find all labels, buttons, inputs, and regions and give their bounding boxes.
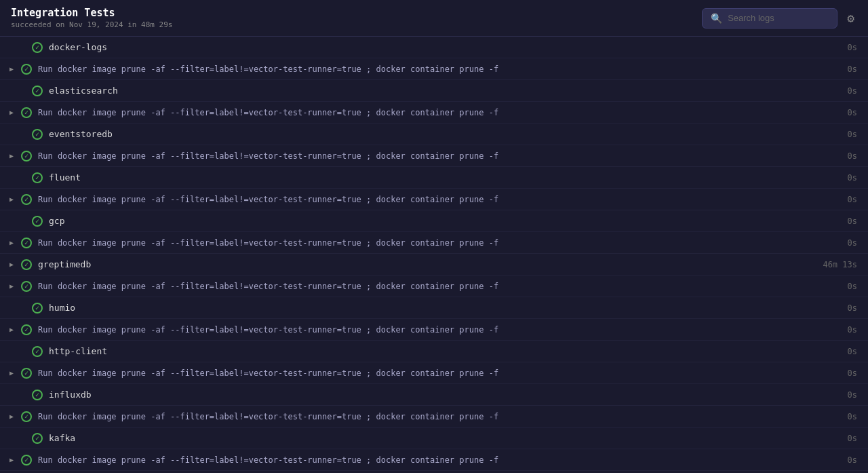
- success-icon: ✓: [20, 150, 33, 162]
- expand-arrow[interactable]: ▶: [5, 261, 18, 268]
- list-item[interactable]: ▶✓Run docker image prune -af --filter=la…: [0, 58, 868, 80]
- expand-arrow[interactable]: ▶: [5, 152, 18, 159]
- test-name-label: elasticsearch: [49, 86, 810, 96]
- duration-label: 0s: [810, 282, 857, 291]
- expand-arrow: [16, 43, 28, 52]
- list-item: ✓influxdb0s: [0, 384, 868, 406]
- success-icon: ✓: [31, 215, 43, 227]
- header-left: Integration Tests succeeded on Nov 19, 2…: [11, 7, 172, 29]
- expand-arrow: [16, 173, 28, 182]
- page-header: Integration Tests succeeded on Nov 19, 2…: [0, 0, 868, 37]
- expand-arrow[interactable]: ▶: [5, 413, 18, 420]
- command-label: Run docker image prune -af --filter=labe…: [38, 238, 810, 248]
- expand-arrow[interactable]: ▶: [5, 65, 18, 73]
- expand-arrow: [16, 434, 28, 442]
- success-icon: ✓: [20, 280, 33, 292]
- search-icon: 🔍: [711, 13, 722, 24]
- duration-label: 46m 13s: [810, 260, 857, 269]
- page-subtitle: succeeded on Nov 19, 2024 in 48m 29s: [11, 20, 172, 29]
- list-item[interactable]: ▶✓Run docker image prune -af --filter=la…: [0, 276, 868, 297]
- test-name-label: http-client: [49, 346, 810, 356]
- expand-arrow: [16, 390, 28, 399]
- list-item[interactable]: ▶✓Run docker image prune -af --filter=la…: [0, 319, 868, 341]
- log-content: ✓docker-logs0s▶✓Run docker image prune -…: [0, 37, 868, 473]
- list-item: ✓docker-logs0s: [0, 37, 868, 58]
- success-icon: ✓: [31, 432, 43, 444]
- command-label: Run docker image prune -af --filter=labe…: [38, 108, 810, 117]
- test-name-label: eventstoredb: [49, 129, 810, 139]
- expand-arrow: [16, 347, 28, 356]
- list-item: ✓humio0s: [0, 297, 868, 319]
- expand-arrow[interactable]: ▶: [5, 456, 18, 463]
- list-item: ✓kafka0s: [0, 428, 868, 449]
- duration-label: 0s: [810, 368, 857, 378]
- list-item[interactable]: ▶✓Run docker image prune -af --filter=la…: [0, 406, 868, 428]
- test-name-label: greptimedb: [38, 259, 810, 269]
- duration-label: 0s: [810, 64, 857, 74]
- command-label: Run docker image prune -af --filter=labe…: [38, 64, 810, 74]
- expand-arrow[interactable]: ▶: [5, 369, 18, 377]
- list-item[interactable]: ▶✓Run docker image prune -af --filter=la…: [0, 232, 868, 254]
- list-item[interactable]: ▶✓Run docker image prune -af --filter=la…: [0, 102, 868, 124]
- duration-label: 0s: [810, 434, 857, 443]
- duration-label: 0s: [810, 390, 857, 400]
- test-name-label: docker-logs: [49, 42, 810, 52]
- success-icon: ✓: [31, 41, 43, 54]
- command-label: Run docker image prune -af --filter=labe…: [38, 455, 810, 465]
- command-label: Run docker image prune -af --filter=labe…: [38, 368, 810, 378]
- expand-arrow: [16, 216, 28, 225]
- success-icon: ✓: [31, 172, 43, 184]
- list-item: ✓fluent0s: [0, 167, 868, 189]
- duration-label: 0s: [810, 412, 857, 421]
- success-icon: ✓: [20, 324, 33, 336]
- command-label: Run docker image prune -af --filter=labe…: [38, 325, 810, 335]
- success-icon: ✓: [20, 193, 33, 206]
- success-icon: ✓: [20, 63, 33, 75]
- duration-label: 0s: [810, 130, 857, 139]
- search-input[interactable]: [728, 13, 829, 23]
- success-icon: ✓: [31, 302, 43, 314]
- settings-icon[interactable]: ⚙: [844, 8, 857, 28]
- list-item[interactable]: ▶✓Run docker image prune -af --filter=la…: [0, 449, 868, 471]
- list-item[interactable]: ▶✓Run docker image prune -af --filter=la…: [0, 362, 868, 384]
- expand-arrow: [16, 86, 28, 95]
- expand-arrow[interactable]: ▶: [5, 326, 18, 333]
- expand-arrow[interactable]: ▶: [5, 239, 18, 246]
- expand-arrow: [16, 303, 28, 312]
- duration-label: 0s: [810, 238, 857, 248]
- duration-label: 0s: [810, 455, 857, 465]
- test-name-label: fluent: [49, 172, 810, 183]
- test-name-label: humio: [49, 303, 810, 313]
- page-title: Integration Tests: [11, 7, 172, 19]
- success-icon: ✓: [31, 345, 43, 358]
- success-icon: ✓: [20, 454, 33, 466]
- test-name-label: kafka: [49, 433, 810, 443]
- list-item[interactable]: ▶✓greptimedb46m 13s: [0, 254, 868, 276]
- success-icon: ✓: [20, 107, 33, 119]
- expand-arrow[interactable]: ▶: [5, 195, 18, 203]
- list-item: ✓http-client0s: [0, 341, 868, 362]
- duration-label: 0s: [810, 173, 857, 183]
- success-icon: ✓: [20, 367, 33, 379]
- search-container[interactable]: 🔍: [702, 8, 837, 29]
- list-item[interactable]: ▶✓Run docker image prune -af --filter=la…: [0, 189, 868, 210]
- command-label: Run docker image prune -af --filter=labe…: [38, 412, 810, 421]
- list-item[interactable]: ▶✓Run docker image prune -af --filter=la…: [0, 145, 868, 167]
- command-label: Run docker image prune -af --filter=labe…: [38, 151, 810, 161]
- expand-arrow[interactable]: ▶: [5, 109, 18, 116]
- success-icon: ✓: [20, 237, 33, 249]
- duration-label: 0s: [810, 216, 857, 226]
- command-label: Run docker image prune -af --filter=labe…: [38, 195, 810, 204]
- list-item: ✓eventstoredb0s: [0, 124, 868, 145]
- duration-label: 0s: [810, 325, 857, 335]
- duration-label: 0s: [810, 86, 857, 96]
- expand-arrow: [16, 130, 28, 138]
- success-icon: ✓: [20, 411, 33, 423]
- expand-arrow[interactable]: ▶: [5, 282, 18, 290]
- test-name-label: gcp: [49, 216, 810, 226]
- list-item: ✓elasticsearch0s: [0, 80, 868, 102]
- success-icon: ✓: [20, 259, 33, 271]
- duration-label: 0s: [810, 151, 857, 161]
- duration-label: 0s: [810, 108, 857, 117]
- success-icon: ✓: [31, 128, 43, 140]
